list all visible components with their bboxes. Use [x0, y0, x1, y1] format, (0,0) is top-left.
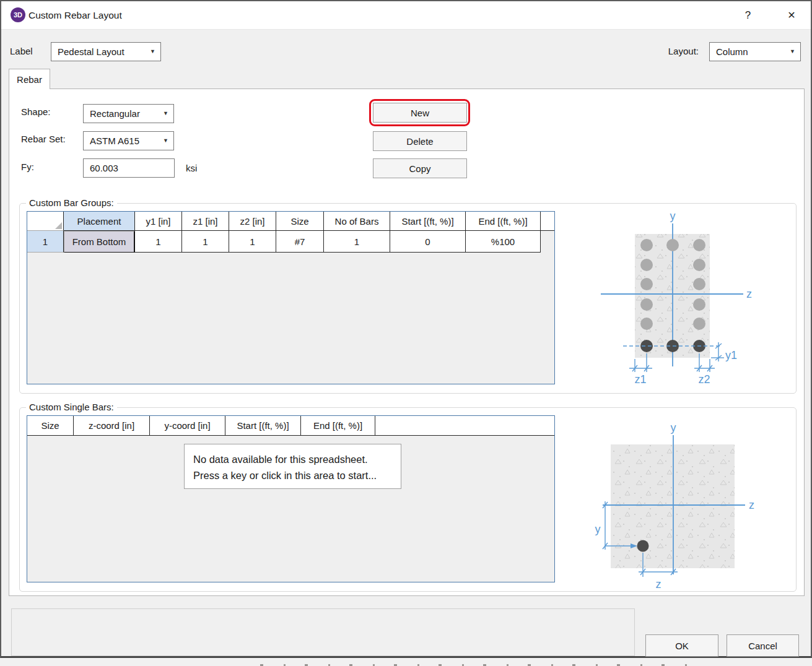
underlying-window-strip	[0, 658, 812, 666]
help-icon: ?	[745, 9, 751, 22]
axis-y-label: y	[670, 210, 676, 222]
cell-no-of-bars[interactable]: 1	[324, 231, 390, 253]
dim-y1-label: y1	[725, 349, 737, 361]
single-bars-spreadsheet[interactable]: Size z-coord [in] y-coord [in] Start [(f…	[27, 415, 555, 582]
layout-dropdown-value: Column	[716, 46, 748, 57]
close-button[interactable]: ✕	[777, 1, 806, 29]
tab-rebar[interactable]: Rebar	[9, 69, 50, 89]
cancel-button-label: Cancel	[748, 641, 777, 651]
window-title: Custom Rebar Layout	[28, 1, 122, 29]
info-box	[11, 608, 635, 656]
label-caption: Label	[10, 46, 33, 56]
bar-groups-header-row: Placement y1 [in] z1 [in] z2 [in] Size N…	[27, 212, 554, 231]
close-icon: ✕	[787, 9, 795, 21]
no-data-line-2: Press a key or click in this area to sta…	[193, 467, 401, 483]
col-header-z-coord[interactable]: z-coord [in]	[74, 416, 150, 436]
cancel-button[interactable]: Cancel	[727, 634, 799, 657]
cell-end[interactable]: %100	[466, 231, 541, 253]
rebar-set-dropdown[interactable]: ASTM A615 ▼	[83, 131, 174, 150]
col-header-end[interactable]: End [(ft, %)]	[466, 212, 541, 231]
cell-size[interactable]: #7	[276, 231, 324, 253]
copy-button[interactable]: Copy	[373, 158, 467, 178]
fy-unit: ksi	[186, 163, 197, 173]
axis-y-label: y	[671, 422, 676, 434]
single-bars-header-row: Size z-coord [in] y-coord [in] Start [(f…	[27, 416, 554, 436]
col-header-placement[interactable]: Placement	[64, 212, 135, 231]
app-icon-text: 3D	[14, 11, 22, 19]
col-header-stub	[541, 212, 554, 231]
copy-button-label: Copy	[409, 163, 430, 174]
layout-dropdown[interactable]: Column ▼	[709, 42, 801, 61]
shape-caption: Shape:	[21, 106, 51, 117]
col-header-z1[interactable]: z1 [in]	[182, 212, 229, 231]
shape-dropdown[interactable]: Rectangular ▼	[83, 104, 174, 123]
ok-button[interactable]: OK	[645, 634, 718, 657]
delete-button[interactable]: Delete	[373, 131, 467, 151]
delete-button-label: Delete	[406, 136, 433, 147]
chevron-down-icon: ▼	[163, 138, 168, 144]
cell-z1[interactable]: 1	[182, 231, 229, 253]
no-data-message: No data available for this spreadsheet. …	[184, 444, 401, 489]
bar-groups-section-diagram: y z y1	[590, 210, 795, 391]
new-button[interactable]: New	[373, 103, 467, 123]
shape-dropdown-value: Rectangular	[90, 108, 140, 119]
select-all-corner-cell[interactable]	[27, 212, 64, 231]
help-button[interactable]: ?	[734, 1, 762, 29]
col-header-end[interactable]: End [(ft, %)]	[301, 416, 375, 436]
cell-placement[interactable]: From Bottom	[64, 231, 135, 253]
new-button-label: New	[411, 108, 429, 118]
dim-z-label: z	[656, 578, 661, 590]
chevron-down-icon: ▼	[163, 111, 168, 116]
custom-rebar-layout-dialog: 3D Custom Rebar Layout ? ✕ Label Pedesta…	[0, 0, 812, 658]
fy-caption: Fy:	[21, 162, 34, 172]
app-icon: 3D	[11, 7, 25, 22]
rebar-set-dropdown-value: ASTM A615	[90, 136, 139, 146]
tab-rebar-label: Rebar	[17, 74, 42, 85]
dim-z2-label: z2	[698, 373, 710, 386]
single-bars-section-diagram: y z y z	[590, 415, 795, 595]
chevron-down-icon: ▼	[150, 49, 155, 54]
custom-single-bars-title: Custom Single Bars:	[26, 402, 117, 412]
cell-y1[interactable]: 1	[135, 231, 182, 253]
fy-input[interactable]	[83, 158, 175, 178]
bar-groups-row-1: 1 From Bottom 1 1 1 #7 1 0 %100	[27, 231, 554, 253]
ok-button-label: OK	[675, 641, 689, 651]
rebar-tab-panel: Shape: Rectangular ▼ Rebar Set: ASTM A61…	[9, 89, 805, 596]
cell-z2[interactable]: 1	[229, 231, 276, 253]
col-header-size[interactable]: Size	[27, 416, 74, 436]
dim-z1-label: z1	[634, 373, 646, 386]
axis-z-label: z	[749, 499, 754, 511]
label-dropdown-value: Pedestal Layout	[58, 46, 124, 57]
corner-triangle-icon	[55, 222, 62, 229]
col-header-start[interactable]: Start [(ft, %)]	[225, 416, 301, 436]
label-dropdown[interactable]: Pedestal Layout ▼	[51, 42, 161, 61]
no-data-line-1: No data available for this spreadsheet.	[193, 451, 401, 467]
cell-start[interactable]: 0	[390, 231, 466, 253]
bar-groups-spreadsheet[interactable]: Placement y1 [in] z1 [in] z2 [in] Size N…	[27, 211, 555, 384]
col-header-z2[interactable]: z2 [in]	[229, 212, 276, 231]
title-bar: 3D Custom Rebar Layout ? ✕	[1, 1, 811, 30]
custom-bar-groups-title: Custom Bar Groups:	[26, 197, 117, 208]
col-header-start[interactable]: Start [(ft, %)]	[390, 212, 466, 231]
single-rebar-dot	[637, 540, 649, 552]
col-header-y-coord[interactable]: y-coord [in]	[150, 416, 225, 436]
col-header-no-of-bars[interactable]: No of Bars	[324, 212, 390, 231]
axis-z-label: z	[746, 288, 752, 300]
dim-y-label: y	[595, 523, 601, 535]
rebar-set-caption: Rebar Set:	[21, 134, 66, 144]
col-header-y1[interactable]: y1 [in]	[135, 212, 182, 231]
chevron-down-icon: ▼	[790, 49, 795, 54]
dimension-y1	[711, 342, 724, 361]
col-header-stub	[375, 416, 554, 436]
layout-caption: Layout:	[652, 46, 699, 56]
row-header-1[interactable]: 1	[27, 231, 64, 253]
col-header-size[interactable]: Size	[276, 212, 324, 231]
screen: 3D Custom Rebar Layout ? ✕ Label Pedesta…	[0, 0, 812, 666]
